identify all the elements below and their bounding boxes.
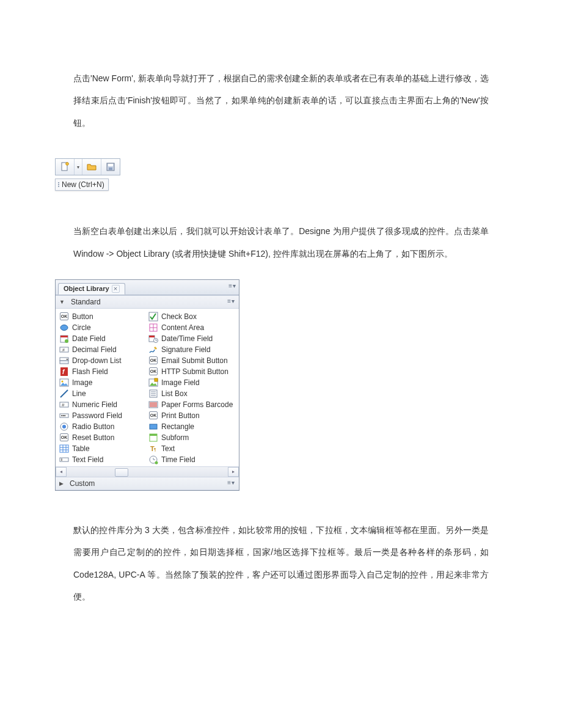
image-icon	[59, 378, 69, 388]
table-icon	[59, 444, 69, 454]
close-icon[interactable]: ×	[112, 285, 120, 293]
library-item[interactable]: Line	[58, 388, 147, 399]
svg-rect-35	[60, 445, 68, 452]
line-icon	[59, 389, 69, 399]
save-floppy-icon	[106, 162, 115, 172]
object-library-tab[interactable]: Object Library ×	[58, 283, 125, 295]
library-item[interactable]: Date Field	[58, 333, 147, 344]
library-item-label: Reset Button	[72, 433, 114, 442]
document-page: 点击'New Form', 新表单向导就打开了，根据自己的需求创建全新的表单或者…	[0, 0, 562, 651]
library-item[interactable]: Time Field	[147, 454, 236, 465]
panel-tab-bar: Object Library × ≡▾	[56, 280, 239, 295]
library-item[interactable]: OKEmail Submit Button	[147, 355, 236, 366]
library-item[interactable]: OKReset Button	[58, 432, 147, 443]
library-item[interactable]: Paper Forms Barcode	[147, 399, 236, 410]
library-item[interactable]: Radio Button	[58, 421, 147, 432]
ok-icon: OK	[59, 312, 69, 322]
collapse-triangle-icon: ▼	[59, 299, 65, 305]
open-button[interactable]	[82, 159, 101, 175]
library-item[interactable]: Rectangle	[147, 421, 236, 432]
library-item[interactable]: OKPrint Button	[147, 410, 236, 421]
rect-icon	[148, 422, 158, 432]
library-item[interactable]: List Box	[147, 388, 236, 399]
svg-text:¶: ¶	[154, 447, 156, 452]
section-custom-header[interactable]: ▶ Custom ≡▾	[56, 477, 239, 490]
barcode-icon	[148, 400, 158, 410]
library-item[interactable]: Image Field	[147, 377, 236, 388]
svg-text:.#: .#	[61, 348, 65, 352]
library-item-label: Drop-down List	[72, 356, 122, 365]
svg-rect-3	[108, 164, 113, 166]
save-button[interactable]	[101, 159, 120, 175]
hash-icon: #	[59, 400, 69, 410]
section-standard-header[interactable]: ▼ Standard ≡▾	[56, 295, 239, 309]
check-icon	[148, 312, 158, 322]
library-item[interactable]: •••Password Field	[58, 410, 147, 421]
toolbar-screenshot: ▾ New (Ctrl+N)	[55, 158, 120, 191]
library-item[interactable]: Circle	[58, 322, 147, 333]
paragraph-3: 默认的控件库分为 3 大类，包含标准控件，如比较常用的按钮，下拉框，文本编辑框等…	[73, 519, 489, 608]
library-item-label: Content Area	[161, 323, 204, 332]
ok-icon: OK	[148, 367, 158, 377]
svg-rect-32	[150, 424, 157, 429]
toolbar-row: ▾	[55, 158, 120, 175]
new-file-icon	[60, 162, 70, 172]
panel-menu-icon[interactable]: ≡▾	[228, 282, 236, 289]
svg-rect-4	[109, 167, 112, 170]
new-dropdown-arrow[interactable]: ▾	[75, 159, 82, 175]
library-item[interactable]: Date/Time Field	[147, 333, 236, 344]
library-item[interactable]: Table	[58, 443, 147, 454]
section-options-icon[interactable]: ≡▾	[227, 479, 235, 486]
section-options-icon[interactable]: ≡▾	[227, 298, 235, 304]
svg-point-1	[66, 163, 69, 166]
datetime-icon	[148, 334, 158, 344]
library-item[interactable]: Check Box	[147, 311, 236, 322]
library-item[interactable]: #Numeric Field	[58, 399, 147, 410]
library-item[interactable]: Drop-down List	[58, 355, 147, 366]
svg-point-6	[60, 325, 68, 330]
svg-rect-17	[60, 361, 68, 364]
paragraph-2: 当新空白表单创建出来以后，我们就可以开始设计表单了。Designe 为用户提供了…	[73, 220, 489, 265]
imagef-icon	[148, 378, 158, 388]
library-item[interactable]: T¶Text	[147, 443, 236, 454]
library-item[interactable]: Text Field	[58, 454, 147, 465]
library-item-label: Email Submit Button	[161, 356, 228, 365]
library-body: OKButtonCheck BoxCircleContent AreaDate …	[56, 309, 239, 477]
library-item-label: Paper Forms Barcode	[161, 400, 233, 409]
library-item-label: HTTP Submit Button	[161, 367, 228, 376]
library-item[interactable]: Content Area	[147, 322, 236, 333]
new-button[interactable]	[56, 159, 75, 175]
library-item[interactable]: OKButton	[58, 311, 147, 322]
library-item[interactable]: fFlash Field	[58, 366, 147, 377]
horizontal-scrollbar[interactable]: ◂ ▸	[56, 466, 239, 477]
library-item-label: Line	[72, 389, 86, 398]
scroll-right-icon[interactable]: ▸	[228, 467, 239, 477]
object-library-panel: Object Library × ≡▾ ▼ Standard ≡▾ OKButt…	[55, 279, 239, 491]
library-item[interactable]: Subform	[147, 432, 236, 443]
library-item-label: Circle	[72, 323, 91, 332]
svg-rect-23	[155, 378, 158, 381]
library-item-label: Text	[161, 444, 175, 453]
library-item-label: Button	[72, 312, 93, 321]
library-item-label: List Box	[161, 389, 188, 398]
svg-text:#: #	[62, 402, 65, 408]
library-item-label: Decimal Field	[72, 345, 117, 354]
library-grid: OKButtonCheck BoxCircleContent AreaDate …	[56, 309, 239, 466]
library-item-label: Date Field	[72, 334, 106, 343]
library-item[interactable]: .#Decimal Field	[58, 344, 147, 355]
sign-icon	[148, 345, 158, 355]
svg-text:•••: •••	[61, 413, 66, 417]
scroll-thumb[interactable]	[115, 468, 128, 477]
section-standard-label: Standard	[71, 298, 101, 306]
library-item-label: Table	[72, 444, 90, 453]
flash-icon: f	[59, 367, 69, 377]
library-item-label: Check Box	[161, 312, 197, 321]
svg-rect-9	[60, 336, 68, 337]
text-icon: T¶	[148, 444, 158, 454]
library-item[interactable]: Image	[58, 377, 147, 388]
library-item[interactable]: Signature Field	[147, 344, 236, 355]
section-custom-label: Custom	[70, 479, 95, 488]
scroll-track[interactable]	[67, 468, 228, 476]
scroll-left-icon[interactable]: ◂	[56, 467, 67, 477]
library-item[interactable]: OKHTTP Submit Button	[147, 366, 236, 377]
